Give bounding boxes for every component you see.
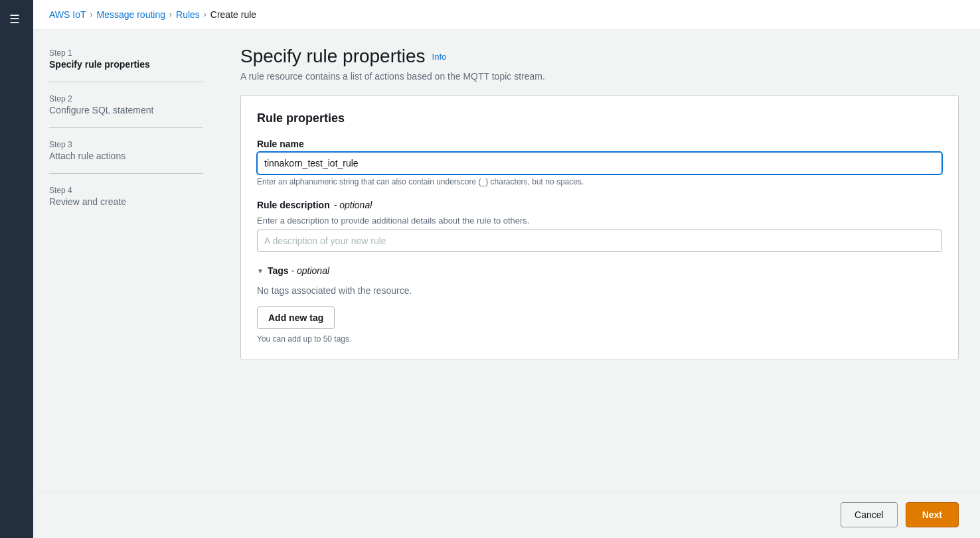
- step-1[interactable]: Step 1 Specify rule properties: [49, 48, 203, 82]
- step-4-label: Step 4: [49, 186, 203, 195]
- rule-description-sublabel: Enter a description to provide additiona…: [257, 216, 942, 226]
- tags-chevron-icon: ▼: [257, 267, 264, 275]
- page-title: Specify rule properties: [240, 46, 426, 67]
- card-title: Rule properties: [257, 111, 942, 125]
- breadcrumb: AWS IoT › Message routing › Rules › Crea…: [33, 0, 980, 30]
- page-header: Specify rule properties Info: [240, 46, 959, 67]
- info-link[interactable]: Info: [432, 52, 447, 62]
- step-4[interactable]: Step 4 Review and create: [49, 186, 203, 219]
- rule-name-label: Rule name: [257, 139, 942, 149]
- rule-description-label: Rule description: [257, 200, 330, 210]
- steps-nav: Step 1 Specify rule properties Step 2 Co…: [33, 30, 219, 491]
- rule-properties-card: Rule properties Rule name Enter an alpha…: [240, 95, 959, 360]
- breadcrumb-rules[interactable]: Rules: [176, 9, 200, 20]
- breadcrumb-aws-iot[interactable]: AWS IoT: [49, 9, 86, 20]
- tags-header[interactable]: ▼ Tags - optional: [257, 265, 942, 276]
- tags-optional-label: - optional: [291, 265, 329, 276]
- tags-empty-text: No tags associated with the resource.: [257, 285, 942, 296]
- step-1-title: Specify rule properties: [49, 59, 203, 82]
- rule-description-optional: - optional: [334, 200, 372, 210]
- step-4-title: Review and create: [49, 196, 203, 219]
- breadcrumb-separator-3: ›: [204, 10, 206, 19]
- tags-section: ▼ Tags - optional No tags associated wit…: [257, 265, 942, 344]
- sidebar-toggle[interactable]: ☰: [0, 0, 33, 538]
- tags-title: Tags - optional: [268, 265, 329, 276]
- breadcrumb-create-rule: Create rule: [210, 9, 256, 20]
- step-2-label: Step 2: [49, 94, 203, 103]
- page-description: A rule resource contains a list of actio…: [240, 71, 959, 82]
- form-area: Specify rule properties Info A rule reso…: [219, 30, 980, 491]
- next-button[interactable]: Next: [906, 502, 959, 527]
- step-2[interactable]: Step 2 Configure SQL statement: [49, 94, 203, 128]
- step-3-label: Step 3: [49, 140, 203, 149]
- rule-name-hint: Enter an alphanumeric string that can al…: [257, 177, 942, 186]
- tag-limit-hint: You can add up to 50 tags.: [257, 334, 942, 344]
- footer-bar: Cancel Next: [33, 491, 980, 538]
- hamburger-icon[interactable]: ☰: [9, 12, 20, 27]
- rule-name-input[interactable]: [257, 152, 942, 174]
- breadcrumb-separator-2: ›: [169, 10, 172, 19]
- step-3-title: Attach rule actions: [49, 151, 203, 174]
- step-1-label: Step 1: [49, 48, 203, 58]
- rule-description-field: Rule description - optional Enter a desc…: [257, 200, 942, 252]
- breadcrumb-message-routing[interactable]: Message routing: [97, 9, 166, 20]
- add-new-tag-button[interactable]: Add new tag: [257, 306, 335, 329]
- breadcrumb-separator-1: ›: [90, 10, 93, 19]
- step-3[interactable]: Step 3 Attach rule actions: [49, 140, 203, 174]
- rule-name-field: Rule name Enter an alphanumeric string t…: [257, 139, 942, 186]
- step-2-title: Configure SQL statement: [49, 105, 203, 128]
- cancel-button[interactable]: Cancel: [841, 502, 898, 527]
- rule-description-input[interactable]: [257, 230, 942, 252]
